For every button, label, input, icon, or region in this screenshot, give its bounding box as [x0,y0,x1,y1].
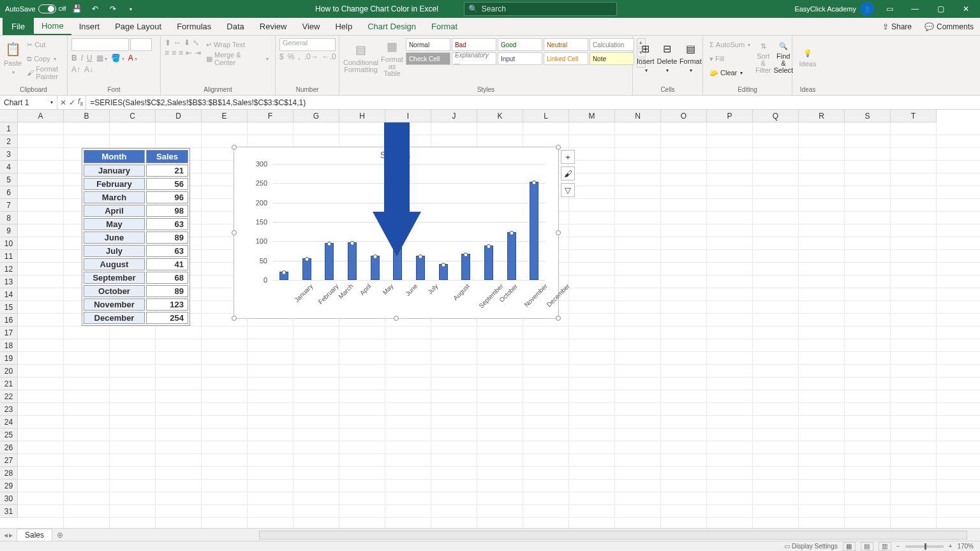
row-header[interactable]: 29 [0,480,18,492]
sort-filter-button[interactable]: ⇅Sort & Filter [755,38,771,78]
column-header[interactable]: H [339,110,385,122]
column-header[interactable]: Q [753,110,799,122]
ribbon-mode-icon[interactable]: ▭ [879,0,900,18]
worksheet-grid[interactable]: ABCDEFGHIJKLMNOPQRST 1234567891011121314… [0,110,980,528]
row-header[interactable]: 12 [0,263,18,276]
row-header[interactable]: 16 [0,314,18,327]
style-normal[interactable]: Normal [406,38,450,51]
tab-view[interactable]: View [294,18,327,35]
file-tab[interactable]: File [3,18,34,35]
row-header[interactable]: 30 [0,492,18,505]
table-row[interactable]: June89 [84,231,188,244]
row-header[interactable]: 8 [0,212,18,224]
cut-button[interactable]: ✂Cut [24,38,63,51]
close-icon[interactable]: ✕ [956,0,976,18]
chart-plot-area[interactable] [272,164,546,280]
table-row[interactable]: November123 [84,298,188,311]
normal-view-button[interactable]: ▦ [843,542,856,551]
column-header[interactable]: M [569,110,615,122]
currency-icon[interactable]: $ [279,52,284,61]
select-all-corner[interactable] [0,110,18,122]
font-size-dropdown[interactable] [130,38,152,51]
align-middle-icon[interactable]: ↔ [174,38,181,47]
row-header[interactable]: 24 [0,416,18,429]
chart-styles-button[interactable]: 🖌 [561,166,575,180]
table-row[interactable]: February56 [84,178,188,190]
table-row[interactable]: July63 [84,245,188,257]
row-header[interactable]: 26 [0,441,18,454]
style-input[interactable]: Input [498,52,542,65]
table-row[interactable]: March96 [84,191,188,203]
font-color-button[interactable]: A▾ [128,54,137,62]
tab-formulas[interactable]: Formulas [169,18,219,35]
chart-x-axis[interactable]: JanuaryFebruaryMarchAprilMayJuneJulyAugu… [272,281,546,314]
copy-button[interactable]: ⧉Copy▾ [24,52,63,65]
column-header[interactable]: N [615,110,661,122]
ideas-button[interactable]: 💡Ideas [796,38,819,78]
border-button[interactable]: ▦▾ [96,54,107,62]
italic-button[interactable]: I [81,54,83,62]
align-right-icon[interactable]: ≡ [179,48,183,57]
orientation-icon[interactable]: ⤡ [193,38,199,47]
format-painter-button[interactable]: 🖌Format Painter [24,66,63,79]
chart-bar[interactable] [371,256,380,280]
merge-center-button[interactable]: ▦Merge & Center▾ [204,52,271,65]
share-button[interactable]: ⇪Share [876,18,918,35]
row-header[interactable]: 18 [0,339,18,352]
page-layout-view-button[interactable]: ▤ [861,542,873,551]
row-header[interactable]: 10 [0,237,18,250]
row-header[interactable]: 11 [0,250,18,263]
row-header[interactable]: 9 [0,224,18,237]
column-header[interactable]: P [707,110,753,122]
chart-filters-button[interactable]: ▽ [561,183,575,197]
chart-title[interactable]: Sales [234,150,558,160]
format-as-table-button[interactable]: ▦ Format as Table [381,38,403,78]
indent-inc-icon[interactable]: ⇥ [195,48,201,57]
column-header[interactable]: C [110,110,156,122]
horizontal-scrollbar[interactable] [259,531,967,540]
decrease-decimal-icon[interactable]: ←.0 [322,52,336,61]
column-header[interactable]: O [661,110,707,122]
column-header[interactable]: K [477,110,523,122]
clear-button[interactable]: 🧽Clear▾ [707,66,753,79]
wrap-text-button[interactable]: ↵Wrap Text [204,38,271,51]
column-header[interactable]: L [523,110,569,122]
fill-button[interactable]: ▾Fill [707,52,753,65]
autosum-button[interactable]: ΣAutoSum▾ [707,38,753,51]
row-header[interactable]: 3 [0,148,18,161]
font-name-dropdown[interactable] [71,38,129,51]
row-header[interactable]: 2 [0,135,18,148]
align-left-icon[interactable]: ≡ [165,48,169,57]
cells-canvas[interactable]: Month Sales January21February56March96Ap… [18,122,980,528]
comma-icon[interactable]: , [298,52,300,61]
row-header[interactable]: 13 [0,276,18,288]
style-neutral[interactable]: Neutral [544,38,588,51]
row-header[interactable]: 4 [0,161,18,173]
table-header-month[interactable]: Month [84,150,145,163]
column-header[interactable]: F [248,110,293,122]
column-header[interactable]: A [18,110,64,122]
autosave-toggle[interactable]: AutoSave Off [5,4,66,13]
zoom-in-button[interactable]: + [949,543,953,550]
minimize-icon[interactable]: — [905,0,925,18]
enter-formula-icon[interactable]: ✓ [69,98,75,107]
chart-bar[interactable] [416,256,425,280]
table-row[interactable]: October89 [84,285,188,297]
row-header[interactable]: 27 [0,454,18,467]
chart-bar[interactable] [530,182,538,280]
percent-icon[interactable]: % [288,52,295,61]
account-button[interactable]: EasyClick Academy 👤 [794,2,874,16]
style-linked-cell[interactable]: Linked Cell [544,52,588,65]
sheet-nav-next-icon[interactable]: ▸ [9,531,13,540]
chart-bar[interactable] [461,254,470,280]
table-row[interactable]: April98 [84,205,188,217]
delete-cells-button[interactable]: ⊟ Delete▾ [657,38,678,78]
tab-chart-design[interactable]: Chart Design [360,18,424,35]
comments-button[interactable]: 💬Comments [918,18,980,35]
increase-font-icon[interactable]: A↑ [71,65,80,74]
bold-button[interactable]: B [71,54,77,62]
style-explanatory[interactable]: Explanatory ... [452,52,496,65]
formula-input[interactable]: =SERIES(Sales!$C$2,Sales!$B$3:$B$14,Sale… [86,96,980,109]
row-header[interactable]: 23 [0,403,18,416]
row-header[interactable]: 15 [0,301,18,314]
